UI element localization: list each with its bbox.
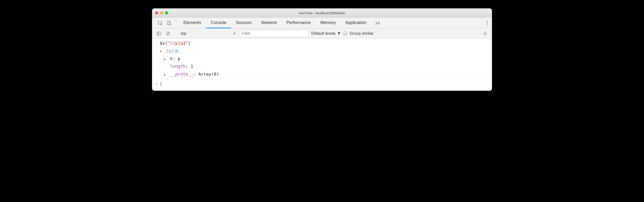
svg-rect-0 bbox=[158, 21, 162, 24]
object-entry[interactable]: ▶ __proto__: Array(0) bbox=[152, 70, 492, 79]
entry-key: length bbox=[170, 64, 186, 69]
svg-point-3 bbox=[486, 21, 488, 22]
svg-rect-6 bbox=[157, 32, 161, 35]
svg-point-10 bbox=[485, 33, 486, 34]
console-output: › $x("//p[a]") ‹ ▼ [p]i ▶ 0: p length: 1… bbox=[152, 38, 492, 91]
tab-sources[interactable]: Sources bbox=[231, 17, 256, 28]
entry-value: p bbox=[178, 56, 180, 61]
console-prompt[interactable]: › bbox=[152, 81, 492, 91]
disclosure-open-icon[interactable]: ▼ bbox=[160, 49, 163, 54]
checkbox-checked-icon: ✓ bbox=[344, 32, 347, 35]
tabs-bar: Elements Console Sources Network Perform… bbox=[152, 17, 492, 28]
paren: ( bbox=[165, 41, 168, 46]
entry-value: 1 bbox=[191, 64, 193, 69]
object-summary[interactable]: ▼ [p]i bbox=[160, 47, 178, 55]
tab-label: Console bbox=[211, 20, 226, 25]
group-similar-toggle[interactable]: ✓ Group similar bbox=[344, 31, 374, 36]
svg-point-5 bbox=[486, 24, 488, 25]
log-levels-selector[interactable]: Default levels ▼ bbox=[311, 31, 341, 36]
toggle-sidebar-icon[interactable] bbox=[156, 31, 162, 36]
prompt-icon: › bbox=[156, 81, 160, 87]
more-tabs-icon[interactable] bbox=[371, 17, 386, 28]
entry-key: 0 bbox=[170, 56, 173, 61]
entry-key: __proto__ bbox=[170, 71, 193, 76]
object-entry[interactable]: ▶ 0: p bbox=[152, 55, 492, 62]
chevron-down-icon: ▼ bbox=[233, 32, 236, 35]
tab-label: Elements bbox=[183, 20, 201, 25]
toggle-device-icon[interactable] bbox=[164, 17, 174, 28]
group-similar-label: Group similar bbox=[350, 31, 374, 36]
tab-application[interactable]: Application bbox=[340, 17, 371, 28]
window-title: DevTools - localhost:8080/web/ bbox=[152, 11, 492, 15]
fn-name: $x bbox=[160, 41, 165, 46]
code-line[interactable]: $x("//p[a]") bbox=[160, 39, 191, 47]
clear-console-icon[interactable] bbox=[164, 31, 171, 36]
entry-value: Array(0) bbox=[198, 71, 219, 76]
divider bbox=[152, 80, 492, 80]
console-input[interactable] bbox=[160, 81, 161, 88]
tab-console[interactable]: Console bbox=[206, 17, 231, 28]
tab-network[interactable]: Network bbox=[256, 17, 282, 28]
console-result-row: ‹ ▼ [p]i bbox=[152, 47, 492, 55]
svg-line-9 bbox=[167, 32, 169, 35]
tab-elements[interactable]: Elements bbox=[178, 17, 206, 28]
context-value: top bbox=[181, 31, 186, 36]
text-cursor bbox=[161, 82, 161, 86]
svg-point-4 bbox=[486, 22, 488, 23]
svg-rect-2 bbox=[169, 22, 171, 25]
filter-input[interactable] bbox=[240, 30, 309, 37]
tab-label: Sources bbox=[236, 20, 252, 25]
titlebar: DevTools - localhost:8080/web/ bbox=[152, 8, 492, 17]
console-settings-icon[interactable] bbox=[482, 31, 488, 36]
tab-label: Network bbox=[261, 20, 277, 25]
tab-performance[interactable]: Performance bbox=[282, 17, 316, 28]
output-marker-icon: ‹ bbox=[156, 47, 160, 54]
context-selector[interactable]: top ▼ bbox=[178, 30, 238, 37]
tab-label: Performance bbox=[286, 20, 311, 25]
levels-label: Default levels bbox=[311, 31, 336, 36]
object-entry[interactable]: length: 1 bbox=[152, 62, 492, 70]
info-icon[interactable]: i bbox=[174, 49, 178, 53]
disclosure-closed-icon[interactable]: ▶ bbox=[164, 72, 168, 77]
input-marker-icon: › bbox=[156, 39, 160, 46]
inspect-element-icon[interactable] bbox=[156, 17, 164, 28]
tab-label: Application bbox=[345, 20, 366, 25]
console-input-echo: › $x("//p[a]") bbox=[152, 39, 492, 47]
chevron-down-icon: ▼ bbox=[337, 31, 341, 36]
customize-menu-icon[interactable] bbox=[482, 17, 492, 28]
tab-label: Memory bbox=[320, 20, 336, 25]
divider bbox=[176, 19, 176, 26]
tab-memory[interactable]: Memory bbox=[316, 17, 340, 28]
string-literal: "//p[a]" bbox=[168, 41, 188, 46]
paren: ) bbox=[188, 41, 191, 46]
disclosure-closed-icon[interactable]: ▶ bbox=[164, 57, 168, 62]
console-filter-bar: top ▼ Default levels ▼ ✓ Group similar bbox=[152, 28, 492, 38]
devtools-window: DevTools - localhost:8080/web/ Elements … bbox=[152, 8, 492, 91]
